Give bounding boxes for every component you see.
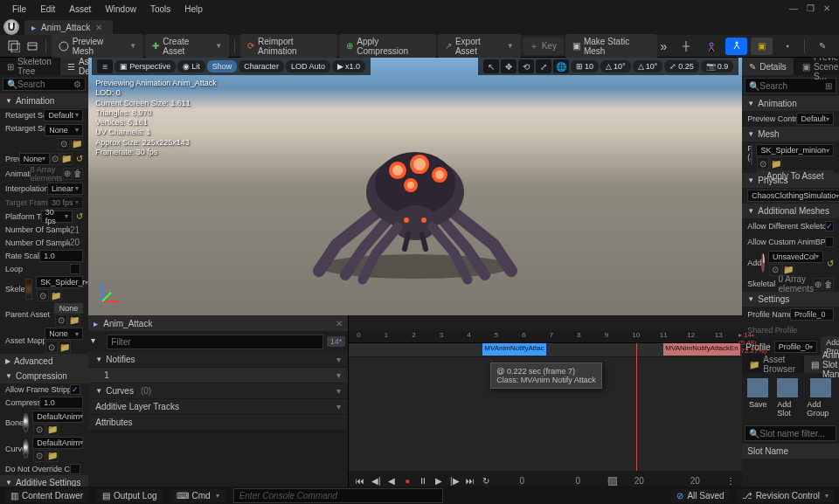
step-fwd-icon[interactable]: |▶: [448, 474, 461, 487]
browse-icon[interactable]: 📁: [46, 450, 59, 462]
reset-icon[interactable]: ↺: [76, 154, 83, 163]
menu-tools[interactable]: Tools: [143, 3, 177, 16]
asset-browser-tab[interactable]: 📁Asset Browser: [742, 356, 802, 373]
preview-mesh-thumb[interactable]: [751, 144, 753, 165]
notify-subtrack[interactable]: 1▾: [88, 368, 348, 383]
options-icon[interactable]: ⋮: [725, 474, 737, 487]
use-icon[interactable]: ⊙: [51, 153, 59, 165]
profile-dropdown[interactable]: Profile_0▾: [774, 341, 818, 353]
revision-control-button[interactable]: ⎇Revision Control▾: [737, 489, 834, 502]
preview-mesh-button[interactable]: Preview Mesh▼: [52, 34, 143, 59]
all-saved-button[interactable]: ⊘All Saved: [671, 489, 729, 502]
trash-icon[interactable]: 🗑: [73, 168, 83, 180]
compression-section[interactable]: ▼Compression: [0, 369, 88, 383]
viewport-options-icon[interactable]: ≡: [97, 59, 113, 73]
scrubber[interactable]: [607, 478, 609, 483]
lod-button[interactable]: LOD Auto: [286, 60, 330, 72]
animation-mode-icon[interactable]: [725, 38, 747, 55]
use-icon[interactable]: ⊙: [769, 264, 781, 276]
perspective-button[interactable]: ▣Perspective: [114, 60, 176, 72]
total-frames[interactable]: 20: [669, 476, 721, 486]
rate-scale-input[interactable]: [39, 250, 83, 262]
menu-file[interactable]: File: [5, 3, 33, 16]
curves-track[interactable]: ▼Curves(0)▾: [88, 383, 348, 399]
notifies-track-row[interactable]: MVAnimNotifyAttac MVANimNotifyAttackEn: [349, 343, 742, 357]
create-asset-button[interactable]: ✚Create Asset▼: [145, 34, 229, 59]
r-additional-meshes-section[interactable]: ▼Additional Meshes: [742, 204, 839, 218]
retarget-asset-dropdown[interactable]: None▾: [45, 124, 83, 136]
play-icon[interactable]: ▶: [433, 474, 445, 487]
clothing-dropdown[interactable]: ChaosClothingSimulatio▾: [747, 190, 839, 202]
output-log-button[interactable]: ▤Output Log: [97, 489, 162, 502]
show-button[interactable]: Show: [207, 60, 238, 72]
main-menu-bar[interactable]: File Edit Asset Window Tools Help: [0, 0, 839, 17]
menu-window[interactable]: Window: [98, 3, 143, 16]
overflow-icon[interactable]: »: [661, 39, 668, 53]
menu-edit[interactable]: Edit: [33, 3, 62, 16]
animation-section-header[interactable]: ▼Animation: [0, 93, 88, 108]
browse-icon[interactable]: 📁: [782, 264, 794, 276]
loop-icon[interactable]: ↻: [480, 474, 492, 487]
details-tab[interactable]: ✎Details: [742, 58, 794, 75]
slot-filter[interactable]: 🔍: [745, 425, 836, 441]
console-input[interactable]: Enter Console Command: [233, 488, 443, 503]
use-icon[interactable]: ⊙: [37, 289, 49, 301]
browse-icon[interactable]: 📁: [46, 424, 59, 436]
menu-help[interactable]: Help: [177, 3, 210, 16]
play-back-icon[interactable]: ◀: [385, 474, 398, 487]
details-search[interactable]: 🔍 ⚙: [3, 78, 86, 91]
save-all-icon[interactable]: [5, 38, 22, 55]
slot-filter-input[interactable]: [759, 429, 832, 438]
retarget-source-dropdown[interactable]: Default▾: [44, 109, 83, 121]
start-frame[interactable]: 0: [496, 476, 548, 486]
save-button[interactable]: Save: [747, 378, 768, 418]
viewport[interactable]: ≡ ▣Perspective ◉Lit Show Character LOD A…: [88, 58, 742, 315]
window-close[interactable]: ✕: [823, 3, 830, 13]
additional-meshes-dropdown[interactable]: UnsavedCol▾: [768, 251, 823, 263]
do-not-override-checkbox[interactable]: [70, 464, 80, 474]
window-minimize[interactable]: —: [789, 3, 798, 13]
playhead-marker[interactable]: ▸ 14• (0.48) (72.27%): [738, 331, 766, 355]
preview-pose-dropdown[interactable]: None▾: [19, 153, 51, 165]
vp-world-icon[interactable]: 🌐: [553, 59, 569, 73]
r-settings-section[interactable]: ▼Settings: [742, 292, 839, 307]
make-static-mesh-button[interactable]: ▣Make Static Mesh: [565, 34, 657, 59]
skeleton-dropdown[interactable]: SK_Spider_r▾: [36, 276, 83, 288]
notify-chip-attackend[interactable]: MVANimNotifyAttackEn: [663, 343, 739, 356]
timeline-area[interactable]: MVAnimNotifyAttac MVANimNotifyAttackEn @…: [349, 343, 742, 471]
compression-error-input[interactable]: [39, 397, 83, 409]
to-end-icon[interactable]: ⏭: [464, 474, 476, 487]
add-icon[interactable]: ⊕: [814, 278, 822, 290]
skeleton-tree-tab[interactable]: ⊞Skeleton Tree: [0, 58, 59, 75]
current-frame[interactable]: 0: [551, 476, 604, 486]
browse-icon[interactable]: 📁: [68, 314, 80, 327]
browse-icon[interactable]: 📁: [59, 341, 71, 353]
use-icon[interactable]: ⊙: [33, 450, 45, 462]
vp-select-icon[interactable]: ↖: [483, 59, 499, 73]
track-filter-input[interactable]: [107, 335, 322, 349]
vp-scale-icon[interactable]: ⤢: [536, 59, 551, 73]
additive-layer-track[interactable]: Additive Layer Tracks▾: [88, 399, 348, 415]
apply-compression-button[interactable]: ⊕Apply Compression: [339, 34, 436, 59]
anim-asset-tab[interactable]: ▸ Anim_Attack ✕: [88, 315, 348, 331]
scrubhead[interactable]: [636, 343, 637, 471]
make-mode-icon[interactable]: ✎: [811, 38, 833, 55]
anim-slot-tab[interactable]: ▤Anim Slot Mana...✕: [804, 356, 839, 373]
bone-compression-thumb[interactable]: [23, 413, 29, 432]
r-mesh-section[interactable]: ▼Mesh: [742, 127, 839, 142]
camera-speed[interactable]: 📷0.9: [701, 60, 734, 72]
allow-diff-skel-checkbox[interactable]: [825, 221, 834, 231]
add-icon[interactable]: ⊕: [63, 168, 72, 180]
close-icon[interactable]: ✕: [95, 23, 102, 32]
skeleton-thumb[interactable]: [25, 279, 33, 300]
physics-mode-icon[interactable]: ⋆: [776, 38, 798, 55]
attributes-track[interactable]: Attributes: [88, 415, 348, 431]
browse-icon[interactable]: 📁: [60, 153, 73, 165]
use-icon[interactable]: ⊙: [55, 314, 67, 327]
cmd-button[interactable]: ⌨Cmd▾: [171, 489, 225, 502]
settings-icon[interactable]: ⊞: [825, 81, 832, 91]
additional-meshes-thumb[interactable]: [761, 253, 765, 273]
record-icon[interactable]: ●: [401, 474, 413, 487]
trash-icon[interactable]: 🗑: [823, 278, 834, 290]
browse-icon[interactable]: 📁: [71, 138, 83, 150]
